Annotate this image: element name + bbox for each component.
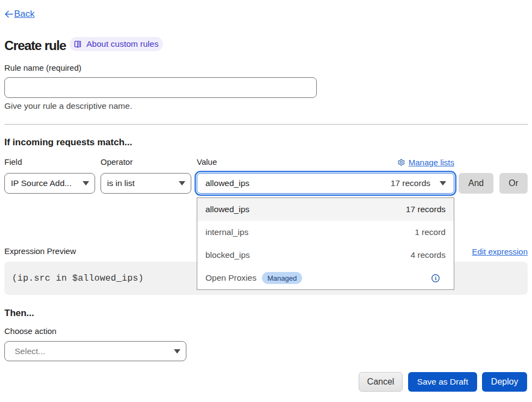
svg-text:i: i — [435, 275, 436, 281]
